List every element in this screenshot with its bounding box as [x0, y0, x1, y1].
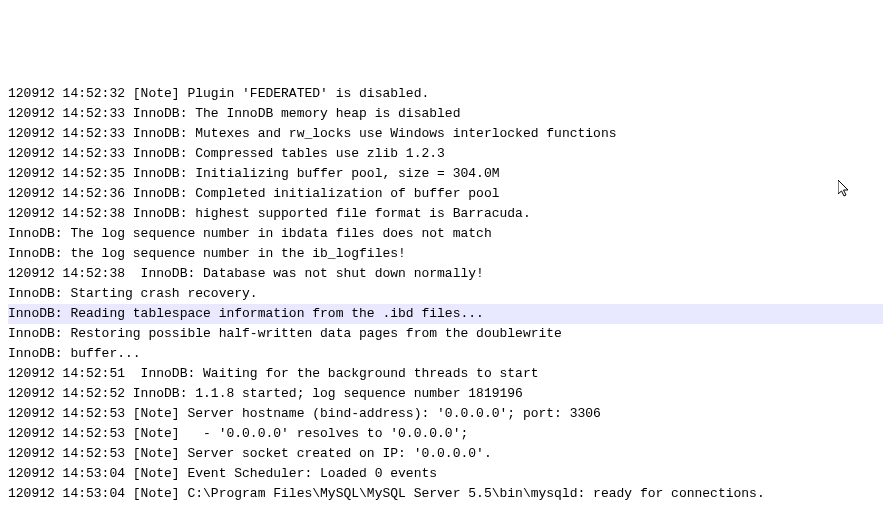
log-line[interactable]: 120912 14:52:53 [Note] Server socket cre…	[8, 444, 883, 464]
log-line[interactable]: 120912 14:52:33 InnoDB: The InnoDB memor…	[8, 104, 883, 124]
log-line[interactable]: InnoDB: Restoring possible half-written …	[8, 324, 883, 344]
log-line[interactable]: InnoDB: Reading tablespace information f…	[8, 304, 883, 324]
log-line[interactable]: InnoDB: the log sequence number in the i…	[8, 244, 883, 264]
log-line[interactable]: 120912 14:53:04 [Note] C:\Program Files\…	[8, 484, 883, 504]
log-line[interactable]: 120912 14:52:38 InnoDB: highest supporte…	[8, 204, 883, 224]
log-line[interactable]: 120912 14:52:53 [Note] - '0.0.0.0' resol…	[8, 424, 883, 444]
log-line[interactable]: InnoDB: The log sequence number in ibdat…	[8, 224, 883, 244]
log-line[interactable]: 120912 14:53:04 [Note] Event Scheduler: …	[8, 464, 883, 484]
log-line[interactable]: 120912 14:52:32 [Note] Plugin 'FEDERATED…	[8, 84, 883, 104]
log-line[interactable]: 120912 14:52:33 InnoDB: Mutexes and rw_l…	[8, 124, 883, 144]
log-line[interactable]: 120912 14:52:53 [Note] Server hostname (…	[8, 404, 883, 424]
log-line[interactable]: 120912 14:52:51 InnoDB: Waiting for the …	[8, 364, 883, 384]
log-line[interactable]: 120912 14:52:52 InnoDB: 1.1.8 started; l…	[8, 384, 883, 404]
log-viewer[interactable]: 120912 14:52:32 [Note] Plugin 'FEDERATED…	[8, 84, 883, 505]
log-line[interactable]: 120912 14:52:38 InnoDB: Database was not…	[8, 264, 883, 284]
log-line[interactable]: 120912 14:52:35 InnoDB: Initializing buf…	[8, 164, 883, 184]
log-line[interactable]: InnoDB: buffer...	[8, 344, 883, 364]
log-line[interactable]: 120912 14:52:36 InnoDB: Completed initia…	[8, 184, 883, 204]
log-line[interactable]: 120912 14:52:33 InnoDB: Compressed table…	[8, 144, 883, 164]
log-line[interactable]: InnoDB: Starting crash recovery.	[8, 284, 883, 304]
